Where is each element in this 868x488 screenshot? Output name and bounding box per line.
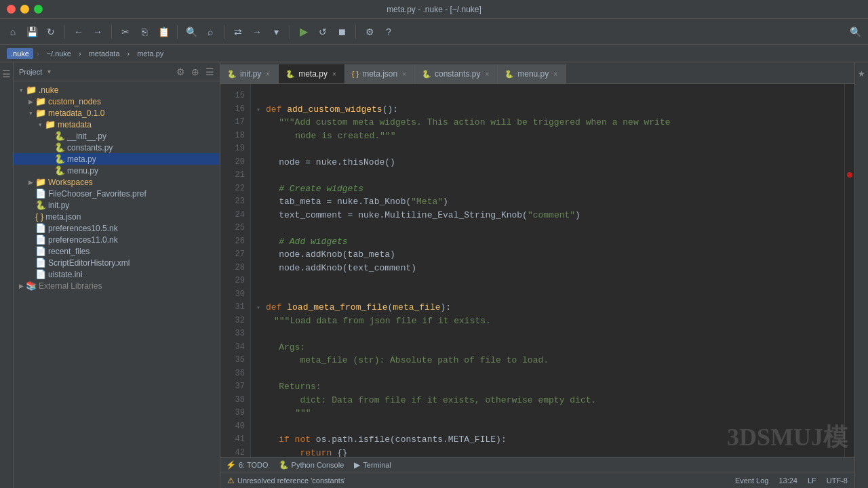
- tree-item-init-inner[interactable]: 🐍 __init__.py: [14, 130, 220, 142]
- project-dropdown-icon[interactable]: ▾: [47, 68, 51, 75]
- minimize-button[interactable]: [20, 5, 29, 14]
- toolbar-run-icon[interactable]: ▶: [296, 24, 311, 39]
- toolbar-separator-4: [224, 25, 224, 39]
- tab-metapy[interactable]: 🐍 meta.py ×: [279, 64, 345, 83]
- bottom-tab-python-label: Python Console: [292, 461, 344, 469]
- tree-label-nuke: .nuke: [39, 85, 58, 95]
- tree-item-uistate[interactable]: 📄 uistate.ini: [14, 268, 220, 280]
- tree-arrow-custom: ▶: [26, 97, 35, 106]
- tree-label-filechooser: FileChooser_Favorites.pref: [48, 189, 146, 199]
- toolbar-nav-icon[interactable]: ⇄: [231, 24, 245, 39]
- tree-label-meta010: metadata_0.1.0: [48, 108, 104, 118]
- tree-arrow-metadata: ▾: [35, 120, 45, 129]
- tab-label-menupy: menu.py: [517, 69, 549, 79]
- file-icon-initpy: 🐍: [35, 200, 46, 210]
- tree-item-metajson[interactable]: { } meta.json: [14, 211, 220, 222]
- tree-item-menupy[interactable]: 🐍 menu.py: [14, 165, 220, 176]
- breadcrumb-metapy[interactable]: meta.py: [133, 48, 167, 59]
- folder-icon-nuke: 📁: [26, 85, 37, 95]
- tree-item-pref10[interactable]: 📄 preferences10.5.nk: [14, 222, 220, 234]
- bottom-tab-todo[interactable]: ⚡ 6: TODO: [226, 460, 269, 470]
- tree-label-uistate: uistate.ini: [48, 270, 83, 279]
- tree-item-metadata010[interactable]: ▾ 📁 metadata_0.1.0: [14, 107, 220, 119]
- status-encoding[interactable]: UTF-8: [827, 476, 848, 485]
- tree-item-metapy[interactable]: 🐍 meta.py: [14, 153, 220, 165]
- bottom-tab-python-console[interactable]: 🐍 Python Console: [279, 460, 344, 470]
- toolbar-save-icon[interactable]: 💾: [24, 24, 39, 39]
- breadcrumb-path[interactable]: ~/.nuke: [43, 48, 75, 59]
- toolbar-help-icon[interactable]: ?: [381, 24, 396, 39]
- ln-35: 35: [220, 354, 245, 367]
- toolbar-search-right-icon[interactable]: 🔍: [848, 24, 863, 39]
- toolbar-stop-icon[interactable]: ⏹: [334, 24, 349, 39]
- window-controls: [7, 5, 43, 14]
- project-more-icon[interactable]: ☰: [205, 66, 214, 77]
- ln-16: 16: [220, 103, 245, 117]
- tree-item-custom-nodes[interactable]: ▶ 📁 custom_nodes: [14, 96, 220, 107]
- ln-28: 28: [220, 262, 245, 275]
- breadcrumb-metadata[interactable]: metadata: [85, 48, 124, 59]
- bottom-tab-terminal[interactable]: ▶ Terminal: [354, 460, 391, 470]
- maximize-button[interactable]: [34, 5, 43, 14]
- tree-item-filechooser[interactable]: 📄 FileChooser_Favorites.pref: [14, 188, 220, 199]
- status-line-endings[interactable]: LF: [808, 476, 816, 485]
- right-gutter: [844, 84, 854, 457]
- toolbar-sync-icon[interactable]: ↻: [43, 24, 58, 39]
- file-icon-scripteditor: 📄: [35, 258, 46, 268]
- tree-arrow-workspaces: ▶: [26, 178, 35, 187]
- toolbar-config-icon[interactable]: ⚙: [362, 24, 377, 39]
- folder-icon-meta010: 📁: [35, 108, 46, 118]
- tree-item-pref11[interactable]: 📄 preferences11.0.nk: [14, 234, 220, 245]
- favorites-strip: ★: [854, 62, 868, 488]
- structure-icon[interactable]: ☰: [2, 66, 11, 82]
- tree-item-initpy[interactable]: 🐍 init.py: [14, 199, 220, 211]
- tab-close-metapy[interactable]: ×: [331, 70, 338, 79]
- toolbar-copy-icon[interactable]: ⎘: [137, 24, 152, 39]
- tab-menupy[interactable]: 🐍 menu.py ×: [498, 64, 566, 83]
- toolbar-back-icon[interactable]: ←: [71, 24, 86, 39]
- tree-arrow-extlibs: ▶: [16, 281, 26, 291]
- code-editor[interactable]: 15 16 17 18 19 20 21 22 23 24 25 26 27 2…: [220, 84, 854, 457]
- toolbar-home-icon[interactable]: ⌂: [5, 24, 20, 39]
- project-sync-icon[interactable]: ⊕: [191, 66, 199, 77]
- toolbar-paste-icon[interactable]: 📋: [156, 24, 171, 39]
- ln-37: 37: [220, 380, 245, 394]
- ln-29: 29: [220, 274, 245, 288]
- breadcrumb-nuke[interactable]: .nuke: [7, 48, 33, 59]
- toolbar-cut-icon[interactable]: ✂: [118, 24, 133, 39]
- tab-close-metajson[interactable]: ×: [401, 70, 408, 79]
- tree-label-custom: custom_nodes: [48, 97, 101, 106]
- file-tree-panel: Project ▾ ⚙ ⊕ ☰ ▾ 📁 .nuke ▶ 📁 custom_nod…: [14, 62, 220, 488]
- status-event-log[interactable]: Event Log: [735, 476, 769, 485]
- python-console-icon: 🐍: [279, 460, 289, 470]
- tab-close-constantspy[interactable]: ×: [484, 70, 490, 79]
- favorites-icon[interactable]: ★: [858, 69, 865, 79]
- toolbar-nav2-icon[interactable]: →: [250, 24, 264, 39]
- tree-item-constants[interactable]: 🐍 constants.py: [14, 142, 220, 153]
- breadcrumb: .nuke › ~/.nuke › metadata › meta.py: [0, 45, 868, 62]
- tab-initpy[interactable]: 🐍 init.py ×: [220, 64, 279, 83]
- tab-icon-initpy: 🐍: [227, 70, 237, 79]
- tab-metajson[interactable]: { } meta.json ×: [345, 64, 415, 83]
- toolbar-rerun-icon[interactable]: ↺: [315, 24, 330, 39]
- tab-close-initpy[interactable]: ×: [264, 70, 271, 79]
- close-button[interactable]: [7, 5, 16, 14]
- project-settings-icon[interactable]: ⚙: [176, 66, 185, 77]
- tree-item-extlibs[interactable]: ▶ 📚 External Libraries: [14, 280, 220, 291]
- code-content[interactable]: ▾ def add_custom_widgets(): """Add custo…: [251, 84, 844, 457]
- main-wrapper: ☰ Project ▾ ⚙ ⊕ ☰ ▾ 📁 .nuke ▶ 📁 custom_n…: [0, 62, 868, 488]
- tab-label-initpy: init.py: [240, 69, 261, 79]
- tree-item-scripteditor[interactable]: 📄 ScriptEditorHistory.xml: [14, 257, 220, 268]
- tab-close-menupy[interactable]: ×: [552, 70, 559, 79]
- toolbar-find-icon[interactable]: ⌕: [203, 24, 218, 39]
- tree-item-recentfiles[interactable]: 📄 recent_files: [14, 245, 220, 257]
- tree-item-workspaces[interactable]: ▶ 📁 Workspaces: [14, 176, 220, 188]
- breadcrumb-sep2: ›: [79, 49, 81, 58]
- toolbar-dropdown-icon[interactable]: ▾: [269, 24, 283, 39]
- file-icon-filechooser: 📄: [35, 188, 46, 199]
- tab-constantspy[interactable]: 🐍 constants.py ×: [415, 64, 498, 83]
- tree-item-metadata[interactable]: ▾ 📁 metadata: [14, 119, 220, 130]
- tree-item-nuke[interactable]: ▾ 📁 .nuke: [14, 84, 220, 96]
- toolbar-search-icon[interactable]: 🔍: [184, 24, 199, 39]
- toolbar-forward-icon[interactable]: →: [90, 24, 105, 39]
